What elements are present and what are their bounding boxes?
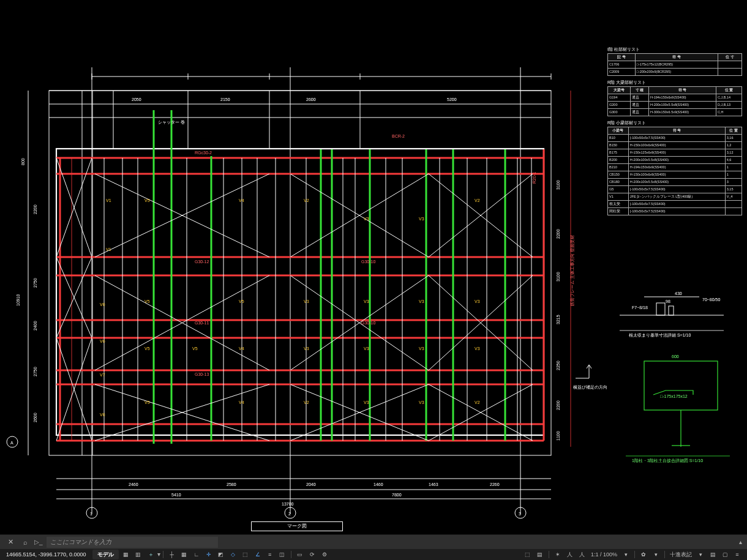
svg-text:13700: 13700 bbox=[282, 502, 294, 506]
coordinates-readout: 14665.5154, -3996.1770, 0.0000 bbox=[0, 551, 92, 558]
svg-text:V2: V2 bbox=[475, 198, 480, 203]
command-prompt-icon: ▷_ bbox=[34, 537, 43, 548]
selection-cycling-icon[interactable]: ⟳ bbox=[307, 550, 318, 559]
annotation-scale-icon[interactable]: ⚙ bbox=[319, 550, 330, 559]
table3: 小梁号符 号位 置 B10[-100x50x5x7.5(SS400)3,16 B… bbox=[607, 127, 742, 215]
svg-text:BCR-2: BCR-2 bbox=[392, 134, 405, 138]
close-icon[interactable]: ✕ bbox=[5, 537, 16, 548]
svg-text:5410: 5410 bbox=[171, 493, 181, 497]
svg-text:G30-13: G30-13 bbox=[195, 372, 209, 376]
svg-text:2200: 2200 bbox=[556, 229, 560, 239]
customize-icon[interactable]: ▤ bbox=[707, 550, 718, 559]
svg-text:V1: V1 bbox=[106, 247, 111, 252]
svg-text:2250: 2250 bbox=[556, 360, 560, 370]
otrack-toggle-icon[interactable]: ∠ bbox=[252, 550, 263, 559]
status-bar: 14665.5154, -3996.1770, 0.0000 モデル ▦ ▥ ＋… bbox=[0, 549, 747, 560]
svg-text:2200: 2200 bbox=[33, 204, 37, 214]
svg-text:V1: V1 bbox=[106, 198, 111, 203]
search-icon[interactable]: ⌕ bbox=[20, 537, 31, 548]
svg-text:V3: V3 bbox=[364, 346, 369, 351]
view-cube-icon[interactable]: ⬚ bbox=[522, 550, 533, 559]
osnap-toggle-icon[interactable]: ◇ bbox=[228, 550, 239, 559]
svg-text:2600: 2600 bbox=[33, 413, 37, 422]
navbar-icon[interactable]: ▤ bbox=[535, 550, 546, 559]
scale-menu-icon[interactable]: ▾ bbox=[620, 550, 631, 559]
svg-text:横並び補足の方向: 横並び補足の方向 bbox=[573, 385, 607, 390]
svg-text:2200: 2200 bbox=[556, 400, 560, 410]
svg-text:V4: V4 bbox=[239, 346, 244, 351]
add-layout-icon[interactable]: ＋ bbox=[145, 551, 157, 559]
scale-readout[interactable]: 1:1 / 100% bbox=[588, 551, 620, 558]
gear-icon[interactable]: ✿ bbox=[638, 550, 649, 559]
svg-text:V2: V2 bbox=[475, 400, 480, 405]
svg-text:□-175x175x12: □-175x175x12 bbox=[660, 394, 688, 398]
svg-text:2150: 2150 bbox=[220, 97, 230, 102]
layout-menu-icon[interactable]: ▾ bbox=[157, 549, 160, 560]
svg-text:2460: 2460 bbox=[129, 482, 138, 487]
svg-text:3100: 3100 bbox=[556, 272, 560, 282]
grid-toggle-icon[interactable]: ┼ bbox=[167, 550, 178, 559]
paper-grid2-icon[interactable]: ▥ bbox=[133, 550, 144, 559]
table3-title: R階 小梁部材リスト bbox=[607, 120, 742, 126]
svg-text:1100: 1100 bbox=[556, 431, 560, 441]
svg-text:根太収まり基準寸法詳細 S=1/10: 根太収まり基準寸法詳細 S=1/10 bbox=[629, 333, 691, 338]
svg-text:V7: V7 bbox=[100, 373, 105, 377]
svg-text:V3: V3 bbox=[304, 299, 309, 304]
transparency-icon[interactable]: ◫ bbox=[277, 550, 288, 559]
commandline-expand-icon[interactable]: ▴ bbox=[739, 537, 742, 548]
svg-text:7800: 7800 bbox=[392, 493, 402, 497]
model-tab[interactable]: モデル bbox=[92, 550, 119, 559]
tray-menu-icon[interactable]: ≡ bbox=[732, 550, 743, 559]
command-input[interactable] bbox=[47, 537, 218, 548]
svg-text:V5: V5 bbox=[145, 198, 150, 203]
svg-text:V3: V3 bbox=[419, 400, 424, 405]
svg-text:2580: 2580 bbox=[227, 482, 236, 487]
svg-text:1階柱・3階柱土台接合詳細図 S=1/10: 1階柱・3階柱土台接合詳細図 S=1/10 bbox=[632, 458, 703, 463]
svg-text:V5: V5 bbox=[145, 400, 150, 405]
svg-rect-170 bbox=[669, 306, 674, 315]
svg-text:2260: 2260 bbox=[490, 482, 500, 487]
workspace-icon[interactable]: ✶ bbox=[552, 550, 563, 559]
svg-text:V3: V3 bbox=[364, 400, 369, 405]
svg-rect-1 bbox=[56, 149, 544, 435]
svg-text:V3: V3 bbox=[364, 217, 369, 221]
ortho-toggle-icon[interactable]: ∟ bbox=[191, 550, 202, 559]
paper-grid-icon[interactable]: ▦ bbox=[121, 550, 132, 559]
svg-text:V3: V3 bbox=[419, 217, 424, 221]
svg-rect-178 bbox=[644, 361, 718, 410]
svg-text:V4: V4 bbox=[239, 198, 244, 203]
svg-text:2: 2 bbox=[288, 512, 291, 516]
svg-text:V2: V2 bbox=[304, 400, 309, 405]
svg-text:2050: 2050 bbox=[132, 97, 141, 102]
svg-text:RGc30-2: RGc30-2 bbox=[195, 151, 212, 155]
parts-tables: I階 柱部材リスト 記 号符 号位 寸 C1706□-175x175x12(BC… bbox=[607, 43, 742, 215]
svg-text:V3: V3 bbox=[475, 299, 480, 304]
svg-text:V6: V6 bbox=[100, 302, 105, 307]
polar-toggle-icon[interactable]: ✛ bbox=[203, 550, 214, 559]
dynamic-input-icon[interactable]: ▭ bbox=[295, 550, 306, 559]
svg-text:V5: V5 bbox=[239, 299, 244, 304]
annotation-monitor-icon[interactable]: 人 bbox=[565, 550, 576, 559]
svg-text:5200: 5200 bbox=[447, 97, 457, 102]
svg-text:G30-11: G30-11 bbox=[195, 321, 209, 325]
isoplane-icon[interactable]: ◩ bbox=[216, 550, 227, 559]
svg-text:430: 430 bbox=[675, 291, 682, 296]
table1-title: I階 柱部材リスト bbox=[607, 47, 742, 53]
snap-toggle-icon[interactable]: ▦ bbox=[179, 550, 190, 559]
units-readout[interactable]: 十進表記 bbox=[667, 551, 694, 559]
units-menu-icon[interactable]: ▾ bbox=[695, 550, 706, 559]
table2: 大梁号寸 種符 号位 置 G194通直H-194x150x6x9(SS400)C… bbox=[607, 86, 742, 116]
svg-text:V5: V5 bbox=[145, 299, 150, 304]
3dosnap-toggle-icon[interactable]: ⬚ bbox=[240, 550, 251, 559]
detail-drawings: F7~8/18 430 98 70~80/50 根太収まり基準寸法詳細 S=1/… bbox=[607, 288, 742, 471]
svg-text:70~80/50: 70~80/50 bbox=[702, 297, 720, 302]
lineweight-icon[interactable]: ≡ bbox=[265, 550, 276, 559]
anno-icon[interactable]: 人 bbox=[577, 550, 588, 559]
svg-text:V3: V3 bbox=[475, 346, 480, 351]
clean-screen-icon[interactable]: ▢ bbox=[719, 550, 730, 559]
dropdown-icon[interactable]: ▾ bbox=[650, 550, 661, 559]
svg-text:2600: 2600 bbox=[306, 97, 316, 102]
svg-text:V4: V4 bbox=[239, 400, 244, 405]
layout-tabs: モデル ▦ ▥ ＋ ▾ bbox=[92, 549, 160, 560]
svg-text:3100: 3100 bbox=[556, 180, 560, 190]
